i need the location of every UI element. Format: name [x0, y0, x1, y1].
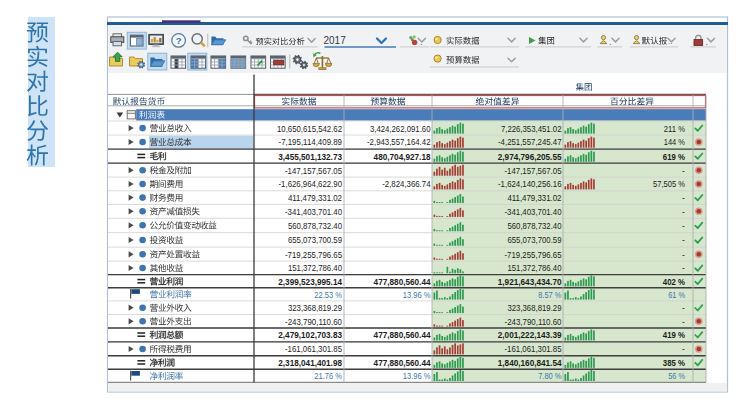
svg-text:-719,255,796.65: -719,255,796.65: [285, 249, 342, 260]
svg-text:151,372,786.40: 151,372,786.40: [507, 262, 561, 273]
svg-text:402 %: 402 %: [663, 276, 686, 287]
svg-text:560,878,732.40: 560,878,732.40: [288, 220, 342, 231]
svg-text:477,880,560.44: 477,880,560.44: [374, 276, 432, 287]
svg-text:-243,790,110.60: -243,790,110.60: [505, 316, 562, 327]
svg-text:-: -: [682, 220, 685, 231]
svg-text:1,921,643,434.70: 1,921,643,434.70: [498, 276, 562, 287]
svg-text:1,840,160,841.54: 1,840,160,841.54: [498, 357, 562, 368]
svg-text:411,479,331.02: 411,479,331.02: [507, 192, 561, 203]
svg-text:61 %: 61 %: [668, 289, 685, 300]
svg-text:2,399,523,995.14: 2,399,523,995.14: [278, 276, 342, 287]
svg-text:22.53 %: 22.53 %: [314, 289, 342, 300]
svg-text:2,001,222,143.39: 2,001,222,143.39: [498, 329, 562, 340]
svg-text:-: -: [682, 206, 685, 217]
svg-text:560,878,732.40: 560,878,732.40: [507, 220, 561, 231]
svg-text:-1,624,140,256.16: -1,624,140,256.16: [498, 178, 562, 189]
svg-text:13.96 %: 13.96 %: [403, 370, 431, 381]
svg-text:-341,403,701.40: -341,403,701.40: [505, 206, 562, 217]
svg-text:-719,255,796.65: -719,255,796.65: [505, 249, 562, 260]
svg-text:7,226,353,451.02: 7,226,353,451.02: [501, 123, 562, 134]
svg-text:21.76 %: 21.76 %: [314, 370, 342, 381]
svg-text:2,479,102,703.83: 2,479,102,703.83: [278, 329, 342, 340]
svg-text:655,073,700.59: 655,073,700.59: [507, 234, 561, 245]
svg-text:3,455,501,132.73: 3,455,501,132.73: [278, 151, 342, 162]
svg-text:-4,251,557,245.47: -4,251,557,245.47: [498, 136, 562, 147]
svg-text:-1,626,964,622.90: -1,626,964,622.90: [279, 178, 343, 189]
svg-text:3,424,262,091.60: 3,424,262,091.60: [370, 123, 431, 134]
svg-text:-341,403,701.40: -341,403,701.40: [285, 206, 342, 217]
svg-text:-2,824,366.74: -2,824,366.74: [382, 178, 430, 189]
svg-text:-7,195,114,409.89: -7,195,114,409.89: [279, 136, 343, 147]
svg-text:-: -: [682, 316, 685, 327]
svg-text:619 %: 619 %: [663, 151, 686, 162]
svg-text:477,880,560.44: 477,880,560.44: [374, 357, 432, 368]
svg-text:-: -: [682, 165, 685, 176]
svg-text:-147,157,567.05: -147,157,567.05: [285, 165, 342, 176]
svg-text:385 %: 385 %: [663, 357, 686, 368]
svg-text:13.96 %: 13.96 %: [403, 289, 431, 300]
svg-text:323,368,819.29: 323,368,819.29: [288, 302, 342, 313]
svg-text:-161,061,301.85: -161,061,301.85: [505, 343, 562, 354]
svg-text:57,505 %: 57,505 %: [653, 178, 685, 189]
svg-text:211 %: 211 %: [664, 123, 686, 134]
svg-text:151,372,786.40: 151,372,786.40: [288, 262, 342, 273]
svg-text:8.57 %: 8.57 %: [538, 289, 562, 300]
svg-text:56 %: 56 %: [668, 370, 685, 381]
svg-text:7.80 %: 7.80 %: [538, 370, 562, 381]
svg-text:480,704,927.18: 480,704,927.18: [374, 151, 431, 162]
svg-text:-: -: [682, 249, 685, 260]
svg-text:2017: 2017: [324, 35, 347, 46]
svg-text:-: -: [682, 343, 685, 354]
svg-text:655,073,700.59: 655,073,700.59: [288, 234, 342, 245]
svg-text:-2,943,557,164.42: -2,943,557,164.42: [367, 136, 431, 147]
svg-text:-: -: [682, 192, 685, 203]
svg-text:.: .: [609, 37, 612, 47]
svg-text:-: -: [682, 234, 685, 245]
svg-text:477,880,560.44: 477,880,560.44: [374, 329, 432, 340]
svg-text:2,974,796,205.55: 2,974,796,205.55: [498, 151, 562, 162]
svg-text:2,318,041,401.98: 2,318,041,401.98: [278, 357, 342, 368]
svg-text:419 %: 419 %: [663, 329, 686, 340]
svg-text:144 %: 144 %: [664, 136, 686, 147]
svg-text:-243,790,110.60: -243,790,110.60: [285, 316, 342, 327]
svg-text:-161,061,301.85: -161,061,301.85: [285, 343, 342, 354]
svg-text:?: ?: [176, 35, 182, 46]
svg-text:10,650,615,542.62: 10,650,615,542.62: [277, 123, 342, 134]
svg-text:-: -: [682, 262, 685, 273]
svg-text:-147,157,567.05: -147,157,567.05: [505, 165, 562, 176]
svg-text:411,479,331.02: 411,479,331.02: [288, 192, 342, 203]
svg-text:-: -: [682, 302, 685, 313]
svg-text:323,368,819.29: 323,368,819.29: [507, 302, 561, 313]
